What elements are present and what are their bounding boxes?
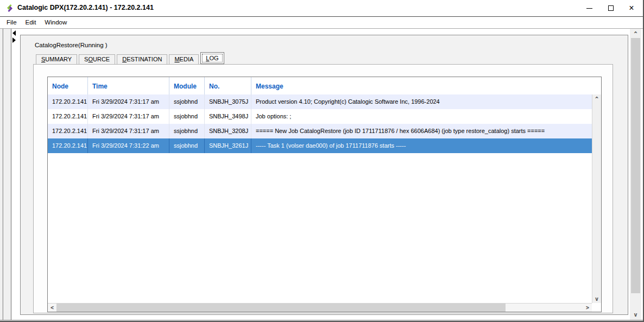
cell-time: Fri 3/29/2024 7:31:17 am [88, 94, 169, 109]
cell-node: 172.20.2.141 [48, 124, 88, 138]
cell-message: Product version 4.10; Copyright(c) Catal… [251, 94, 592, 109]
cell-time: Fri 3/29/2024 7:31:17 am [88, 109, 169, 124]
scrollbar-corner [592, 303, 601, 312]
column-header-no[interactable]: No. [205, 77, 251, 94]
cell-module: ssjobhnd [169, 138, 205, 153]
log-table-body: 172.20.2.141Fri 3/29/2024 7:31:17 amssjo… [48, 94, 592, 303]
log-tab-content: NodeTimeModuleNo.Message 172.20.2.141Fri… [33, 64, 613, 313]
splitter-divider[interactable] [12, 29, 17, 320]
job-status-title: CatalogRestore(Running ) [35, 42, 108, 48]
chevron-left-icon: < [50, 305, 54, 311]
cell-message: ----- Task 1 (volser dae000) of job 1711… [251, 138, 592, 153]
app-window: Catalogic DPX(172.20.2.141) - 172.20.2.1… [0, 0, 644, 322]
scroll-down-button[interactable]: v [592, 294, 601, 303]
table-row[interactable]: 172.20.2.141Fri 3/29/2024 7:31:17 amssjo… [48, 94, 592, 109]
window-title: Catalogic DPX(172.20.2.141) - 172.20.2.1… [17, 4, 154, 11]
column-header-module[interactable]: Module [169, 77, 205, 94]
cell-module: ssjobhnd [169, 124, 205, 138]
menu-item-edit[interactable]: Edit [21, 18, 41, 27]
collapsed-side-panel [4, 29, 11, 320]
log-table: NodeTimeModuleNo.Message 172.20.2.141Fri… [47, 77, 602, 312]
title-bar: Catalogic DPX(172.20.2.141) - 172.20.2.1… [0, 0, 644, 16]
tab-destination[interactable]: DESTINATION [117, 54, 167, 64]
chevron-down-icon: v [634, 312, 637, 318]
scroll-left-button[interactable]: < [48, 304, 56, 312]
scroll-up-button[interactable]: ^ [592, 94, 601, 103]
maximize-icon [608, 5, 614, 11]
catalogic-logo-icon [5, 4, 14, 12]
table-horizontal-scrollbar[interactable]: < > [48, 303, 592, 312]
scroll-right-button[interactable]: > [583, 304, 592, 312]
cell-module: ssjobhnd [169, 109, 205, 124]
cell-no: SNBJH_3208J [205, 124, 251, 138]
vertical-scrollbar-thumb[interactable] [631, 38, 640, 293]
menu-item-file[interactable]: File [2, 18, 21, 27]
log-table-header: NodeTimeModuleNo.Message [48, 77, 601, 94]
cell-node: 172.20.2.141 [48, 138, 88, 153]
window-bottom-border [0, 320, 644, 322]
column-header-message[interactable]: Message [251, 77, 601, 94]
splitter-expand-right-icon[interactable] [12, 37, 16, 43]
chevron-right-icon: > [586, 305, 589, 311]
left-edge-strip [0, 29, 3, 320]
cell-module: ssjobhnd [169, 94, 205, 109]
window-vertical-scrollbar[interactable]: ^ v [630, 29, 641, 320]
splitter-collapse-left-icon[interactable] [12, 30, 16, 36]
close-icon: × [629, 4, 634, 12]
window-scroll-up-button[interactable]: ^ [630, 30, 641, 38]
chevron-up-icon: ^ [634, 31, 637, 37]
table-row[interactable]: 172.20.2.141Fri 3/29/2024 7:31:22 amssjo… [48, 138, 592, 153]
cell-no: SNBJH_3261J [205, 138, 251, 153]
cell-node: 172.20.2.141 [48, 94, 88, 109]
tab-media[interactable]: MEDIA [169, 54, 199, 64]
close-button[interactable]: × [623, 0, 640, 16]
table-row[interactable]: 172.20.2.141Fri 3/29/2024 7:31:17 amssjo… [48, 109, 592, 124]
chevron-down-icon: v [595, 296, 598, 302]
horizontal-scrollbar-thumb[interactable] [56, 304, 506, 312]
menu-bar: FileEditWindow [0, 17, 644, 28]
cell-message: Job options: ; [251, 109, 592, 124]
cell-no: SNBJH_3075J [205, 94, 251, 109]
column-header-time[interactable]: Time [88, 77, 169, 94]
menu-item-window[interactable]: Window [40, 18, 71, 27]
table-row[interactable]: 172.20.2.141Fri 3/29/2024 7:31:17 amssjo… [48, 124, 592, 138]
minimize-button[interactable] [580, 0, 598, 16]
column-header-node[interactable]: Node [48, 77, 88, 94]
cell-message: ===== New Job CatalogRestore (job ID 171… [251, 124, 592, 138]
cell-no: SNBJH_3498J [205, 109, 251, 124]
maximize-button[interactable] [602, 0, 620, 16]
minimize-icon [586, 8, 592, 9]
chevron-up-icon: ^ [595, 96, 598, 102]
cell-time: Fri 3/29/2024 7:31:22 am [88, 138, 169, 153]
table-vertical-scrollbar[interactable]: ^ v [592, 94, 601, 303]
job-monitor-panel: CatalogRestore(Running ) SUMMARYSOURCEDE… [20, 35, 628, 315]
window-scroll-down-button[interactable]: v [630, 311, 641, 319]
tab-bar: SUMMARYSOURCEDESTINATIONMEDIALOG [36, 52, 226, 64]
tab-source[interactable]: SOURCE [79, 54, 115, 64]
cell-node: 172.20.2.141 [48, 109, 88, 124]
cell-time: Fri 3/29/2024 7:31:17 am [88, 124, 169, 138]
tab-summary[interactable]: SUMMARY [36, 54, 77, 64]
tab-log[interactable]: LOG [200, 52, 224, 64]
